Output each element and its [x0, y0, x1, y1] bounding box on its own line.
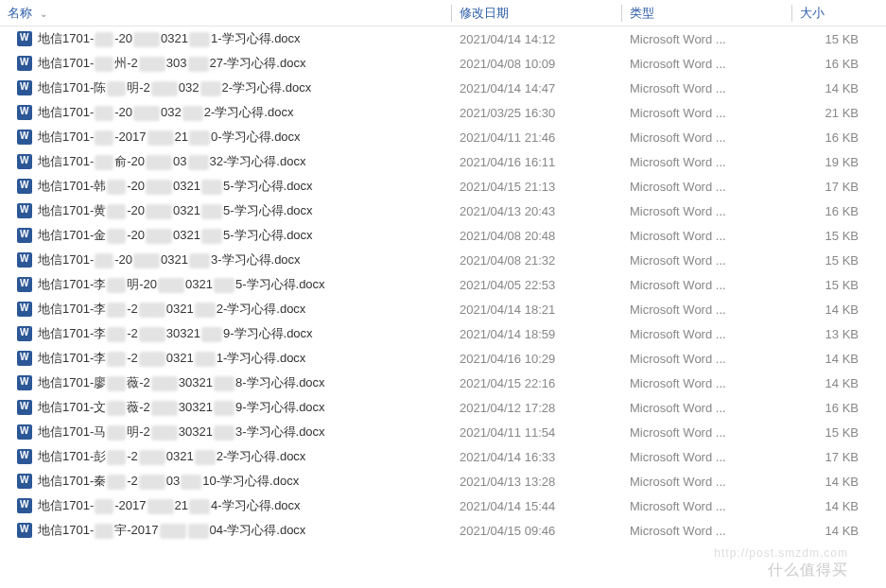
redacted-text — [95, 155, 113, 170]
file-size: 16 KB — [792, 401, 868, 415]
file-type: Microsoft Word ... — [622, 475, 792, 489]
word-document-icon — [17, 252, 32, 268]
file-row[interactable]: 地信1701--2017214-学习心得.docx2021/04/14 15:4… — [0, 493, 886, 518]
redacted-text — [107, 376, 126, 391]
file-name: 地信1701-李-203211-学习心得.docx — [38, 350, 305, 367]
file-row[interactable]: 地信1701-秦-20310-学习心得.docx2021/04/13 13:28… — [0, 469, 886, 493]
column-header-type[interactable]: 类型 — [622, 1, 792, 26]
file-row[interactable]: 地信1701--2003211-学习心得.docx2021/04/14 14:1… — [0, 26, 886, 51]
redacted-text — [189, 130, 210, 146]
file-date: 2021/04/05 22:53 — [452, 278, 622, 292]
file-date: 2021/04/12 17:28 — [452, 401, 622, 415]
column-header-date[interactable]: 修改日期 — [452, 1, 622, 26]
redacted-text — [107, 450, 126, 465]
file-name: 地信1701-韩-2003215-学习心得.docx — [38, 178, 313, 195]
redacted-text — [148, 130, 174, 146]
file-list: 地信1701--2003211-学习心得.docx2021/04/14 14:1… — [0, 26, 886, 543]
word-document-icon — [17, 105, 32, 120]
redacted-text — [201, 229, 222, 244]
redacted-text — [195, 450, 216, 465]
word-document-icon — [17, 179, 32, 194]
redacted-text — [139, 352, 165, 367]
redacted-text — [151, 401, 178, 416]
column-header-size[interactable]: 大小 — [792, 1, 868, 26]
file-type: Microsoft Word ... — [622, 327, 792, 341]
file-date: 2021/04/15 21:13 — [452, 180, 622, 194]
file-type: Microsoft Word ... — [622, 376, 792, 390]
file-row[interactable]: 地信1701-彭-203212-学习心得.docx2021/04/14 16:3… — [0, 444, 886, 469]
file-row[interactable]: 地信1701--2017210-学习心得.docx2021/04/11 21:4… — [0, 125, 886, 149]
redacted-text — [189, 253, 210, 268]
file-name-cell: 地信1701--2003211-学习心得.docx — [0, 30, 452, 47]
file-name-cell: 地信1701-彭-203212-学习心得.docx — [0, 448, 452, 465]
file-type: Microsoft Word ... — [622, 81, 792, 95]
file-size: 14 KB — [792, 499, 868, 513]
file-row[interactable]: 地信1701-陈明-20322-学习心得.docx2021/04/14 14:4… — [0, 76, 886, 100]
file-date: 2021/04/14 14:12 — [452, 32, 622, 46]
file-name: 地信1701-李明-2003215-学习心得.docx — [38, 276, 325, 293]
file-name: 地信1701-秦-20310-学习心得.docx — [38, 473, 299, 490]
file-name: 地信1701-文薇-2303219-学习心得.docx — [38, 399, 325, 416]
word-document-icon — [17, 80, 32, 95]
file-row[interactable]: 地信1701-金-2003215-学习心得.docx2021/04/08 20:… — [0, 223, 886, 248]
file-name-cell: 地信1701--200322-学习心得.docx — [0, 104, 452, 121]
word-document-icon — [17, 523, 32, 538]
file-row[interactable]: 地信1701-俞-200332-学习心得.docx2021/04/16 16:1… — [0, 149, 886, 174]
file-type: Microsoft Word ... — [622, 499, 792, 513]
file-name: 地信1701-廖薇-2303218-学习心得.docx — [38, 374, 325, 391]
file-size: 15 KB — [792, 278, 868, 292]
file-size: 14 KB — [792, 475, 868, 489]
file-row[interactable]: 地信1701-廖薇-2303218-学习心得.docx2021/04/15 22… — [0, 371, 886, 395]
redacted-text — [188, 524, 209, 539]
file-row[interactable]: 地信1701-文薇-2303219-学习心得.docx2021/04/12 17… — [0, 395, 886, 420]
file-name: 地信1701-宇-201704-学习心得.docx — [38, 522, 305, 539]
redacted-text — [151, 376, 178, 391]
chevron-down-icon: ⌄ — [40, 9, 47, 19]
file-name: 地信1701-李-203212-学习心得.docx — [38, 301, 305, 318]
file-name: 地信1701-俞-200332-学习心得.docx — [38, 153, 305, 170]
file-row[interactable]: 地信1701-韩-2003215-学习心得.docx2021/04/15 21:… — [0, 174, 886, 199]
file-name-cell: 地信1701-廖薇-2303218-学习心得.docx — [0, 374, 452, 391]
word-document-icon — [17, 228, 32, 243]
column-label: 修改日期 — [460, 6, 509, 20]
file-row[interactable]: 地信1701-李-203212-学习心得.docx2021/04/14 18:2… — [0, 297, 886, 321]
redacted-text — [139, 475, 165, 490]
redacted-text — [160, 524, 186, 539]
file-type: Microsoft Word ... — [622, 130, 792, 145]
redacted-text — [146, 229, 172, 244]
file-date: 2021/04/11 21:46 — [452, 130, 622, 145]
file-type: Microsoft Word ... — [622, 253, 792, 268]
file-name-cell: 地信1701-俞-200332-学习心得.docx — [0, 153, 452, 170]
word-document-icon — [17, 277, 32, 292]
file-row[interactable]: 地信1701--200322-学习心得.docx2021/03/25 16:30… — [0, 100, 886, 125]
file-row[interactable]: 地信1701-宇-201704-学习心得.docx2021/04/15 09:4… — [0, 518, 886, 543]
column-header-name[interactable]: 名称 ⌄ — [0, 1, 452, 26]
file-row[interactable]: 地信1701-马明-2303213-学习心得.docx2021/04/11 11… — [0, 420, 886, 444]
redacted-text — [95, 106, 113, 121]
file-type: Microsoft Word ... — [622, 425, 792, 440]
file-name-cell: 地信1701-李-203211-学习心得.docx — [0, 350, 452, 367]
redacted-text — [188, 155, 209, 170]
file-name: 地信1701-李-2303219-学习心得.docx — [38, 325, 313, 342]
word-document-icon — [17, 400, 32, 415]
redacted-text — [151, 425, 178, 441]
redacted-text — [107, 475, 126, 490]
file-size: 13 KB — [792, 327, 868, 341]
file-row[interactable]: 地信1701-李-203211-学习心得.docx2021/04/16 10:2… — [0, 346, 886, 371]
file-date: 2021/04/08 10:09 — [452, 57, 622, 71]
redacted-text — [107, 229, 126, 244]
redacted-text — [107, 327, 126, 342]
redacted-text — [133, 106, 160, 121]
file-size: 15 KB — [792, 253, 868, 268]
file-date: 2021/04/15 22:16 — [452, 376, 622, 390]
file-name-cell: 地信1701-州-230327-学习心得.docx — [0, 55, 452, 72]
file-row[interactable]: 地信1701-李-2303219-学习心得.docx2021/04/14 18:… — [0, 321, 886, 346]
file-row[interactable]: 地信1701-州-230327-学习心得.docx2021/04/08 10:0… — [0, 51, 886, 76]
file-type: Microsoft Word ... — [622, 180, 792, 194]
watermark-text: 什么值得买 — [768, 561, 848, 580]
redacted-text — [95, 253, 113, 268]
file-type: Microsoft Word ... — [622, 278, 792, 292]
file-row[interactable]: 地信1701-李明-2003215-学习心得.docx2021/04/05 22… — [0, 272, 886, 297]
file-row[interactable]: 地信1701-黄-2003215-学习心得.docx2021/04/13 20:… — [0, 199, 886, 223]
file-row[interactable]: 地信1701--2003213-学习心得.docx2021/04/08 21:3… — [0, 248, 886, 272]
